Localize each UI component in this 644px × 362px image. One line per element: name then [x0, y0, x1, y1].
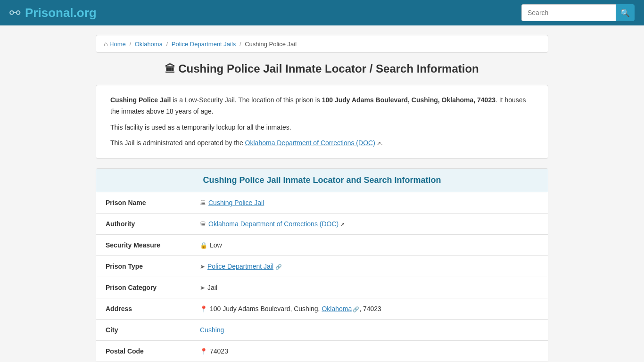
city-link[interactable]: Cushing	[200, 326, 224, 334]
prison-category-icon: ➤	[200, 284, 205, 291]
info-section: Cushing Police Jail Inmate Locator and S…	[96, 168, 548, 362]
table-row: Postal Code 📍74023	[96, 341, 548, 362]
table-row: Prison Type ➤Police Department Jail🔗	[96, 256, 548, 277]
label-authority: Authority	[96, 214, 190, 235]
prison-type-link[interactable]: Police Department Jail	[207, 263, 273, 270]
prison-type-ext-icon: 🔗	[275, 264, 282, 270]
address-state-link[interactable]: Oklahoma	[322, 305, 352, 313]
search-icon: 🔍	[620, 8, 630, 17]
value-authority: 🏛Oklahoma Department of Corrections (DOC…	[190, 214, 548, 235]
label-city: City	[96, 320, 190, 341]
prison-name-icon: 🏛	[200, 199, 206, 206]
value-postal: 📍74023	[190, 341, 548, 362]
address-zip: , 74023	[359, 305, 381, 313]
info-table: Prison Name 🏛Cushing Police Jail Authori…	[96, 192, 548, 362]
prison-name-link[interactable]: Cushing Police Jail	[208, 199, 264, 206]
site-header: ⚯ Prisonal.org 🔍	[0, 0, 644, 25]
table-row: Security Measure 🔒Low	[96, 235, 548, 256]
breadcrumb-sep3: /	[239, 41, 241, 48]
doc-link-desc[interactable]: Oklahoma Department of Corrections (DOC)	[245, 139, 375, 147]
search-button[interactable]: 🔍	[616, 4, 635, 21]
value-address: 📍100 Judy Adams Boulevard, Cushing, Okla…	[190, 298, 548, 320]
value-prison-type: ➤Police Department Jail🔗	[190, 256, 548, 277]
desc-p3-part1: This Jail is administrated and operated …	[110, 139, 245, 147]
description-paragraph-2: This facility is used as a temporarily l…	[110, 122, 534, 133]
address-ext-icon: 🔗	[353, 306, 359, 312]
breadcrumb-current: Cushing Police Jail	[245, 41, 297, 48]
logo-icon: ⚯	[9, 5, 20, 21]
address-text1: 100 Judy Adams Boulevard, Cushing,	[210, 305, 322, 313]
title-icon: 🏛	[165, 63, 175, 75]
description-area: Cushing Police Jail is a Low-Security Ja…	[96, 85, 548, 159]
page-title-area: 🏛Cushing Police Jail Inmate Locator / Se…	[96, 62, 548, 75]
description-paragraph-3: This Jail is administrated and operated …	[110, 138, 534, 149]
value-security: 🔒Low	[190, 235, 548, 256]
info-section-header: Cushing Police Jail Inmate Locator and S…	[96, 169, 548, 192]
logo-area: ⚯ Prisonal.org	[9, 5, 97, 21]
breadcrumb-police-dept[interactable]: Police Department Jails	[172, 41, 236, 48]
label-address: Address	[96, 298, 190, 320]
security-icon: 🔒	[200, 242, 207, 249]
ext-icon-desc: ↗	[375, 140, 381, 146]
logo-text: Prisonal.org	[25, 6, 97, 20]
table-row: City Cushing	[96, 320, 548, 341]
main-container: ⌂ Home / Oklahoma / Police Department Ja…	[86, 35, 558, 362]
authority-icon: 🏛	[200, 221, 206, 228]
desc-p3-part2: .	[381, 139, 383, 147]
label-prison-name: Prison Name	[96, 192, 190, 214]
postal-value: 74023	[210, 347, 228, 355]
label-prison-category: Prison Category	[96, 277, 190, 298]
breadcrumb-home[interactable]: Home	[109, 41, 126, 48]
label-postal: Postal Code	[96, 341, 190, 362]
breadcrumb-sep1: /	[129, 41, 131, 48]
prison-name-bold: Cushing Police Jail	[110, 96, 171, 104]
address-bold: 100 Judy Adams Boulevard, Cushing, Oklah…	[322, 96, 495, 104]
breadcrumb-sep2: /	[166, 41, 168, 48]
description-paragraph-1: Cushing Police Jail is a Low-Security Ja…	[110, 95, 534, 117]
breadcrumb: ⌂ Home / Oklahoma / Police Department Ja…	[96, 35, 548, 53]
prison-type-icon: ➤	[200, 263, 205, 270]
logo-text-main: Prisonal	[25, 6, 74, 20]
page-title: 🏛Cushing Police Jail Inmate Locator / Se…	[96, 62, 548, 75]
table-row: Authority 🏛Oklahoma Department of Correc…	[96, 214, 548, 235]
authority-link[interactable]: Oklahoma Department of Corrections (DOC)	[208, 220, 339, 228]
search-area: 🔍	[521, 4, 635, 21]
info-section-title: Cushing Police Jail Inmate Locator and S…	[106, 175, 538, 185]
prison-category-value: Jail	[207, 284, 217, 291]
home-icon: ⌂	[104, 40, 107, 48]
label-prison-type: Prison Type	[96, 256, 190, 277]
postal-icon: 📍	[200, 348, 207, 355]
address-icon: 📍	[200, 305, 207, 313]
value-prison-category: ➤Jail	[190, 277, 548, 298]
table-row: Prison Name 🏛Cushing Police Jail	[96, 192, 548, 214]
table-row: Address 📍100 Judy Adams Boulevard, Cushi…	[96, 298, 548, 320]
label-security: Security Measure	[96, 235, 190, 256]
desc-p1-part2: is a Low-Security Jail. The location of …	[171, 96, 322, 104]
table-row: Prison Category ➤Jail	[96, 277, 548, 298]
breadcrumb-oklahoma[interactable]: Oklahoma	[135, 41, 163, 48]
logo-text-accent: .org	[74, 6, 97, 20]
search-input[interactable]	[521, 4, 616, 21]
value-city: Cushing	[190, 320, 548, 341]
security-value: Low	[210, 241, 222, 249]
authority-ext-icon: ↗	[340, 222, 345, 227]
value-prison-name: 🏛Cushing Police Jail	[190, 192, 548, 214]
info-table-body: Prison Name 🏛Cushing Police Jail Authori…	[96, 192, 548, 362]
